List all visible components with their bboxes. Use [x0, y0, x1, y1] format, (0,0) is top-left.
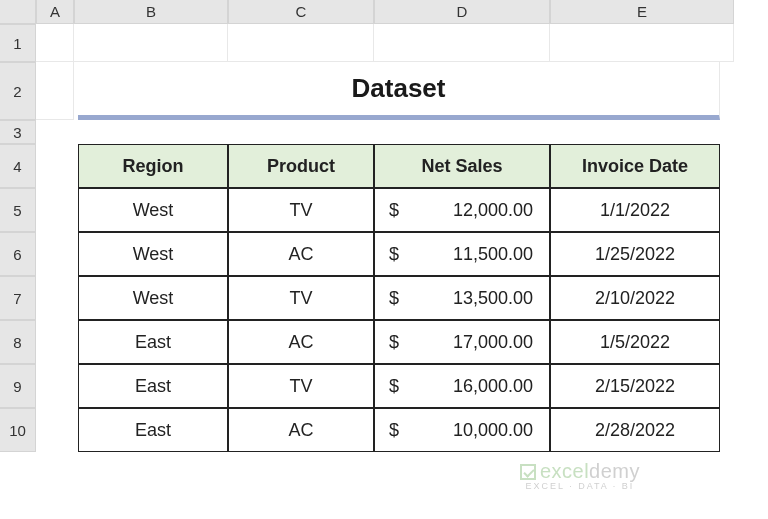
cell-netsales-2[interactable]: $13,500.00: [374, 276, 550, 320]
row-header-10[interactable]: 10: [0, 408, 36, 452]
watermark-prefix: excel: [540, 460, 589, 482]
cell-product-1[interactable]: AC: [228, 232, 374, 276]
row-header-8[interactable]: 8: [0, 320, 36, 364]
currency-symbol: $: [389, 288, 399, 309]
cell-a10[interactable]: [36, 408, 74, 452]
row-header-1[interactable]: 1: [0, 24, 36, 62]
cell-product-5[interactable]: AC: [228, 408, 374, 452]
cell-netsales-3[interactable]: $17,000.00: [374, 320, 550, 364]
cell-c1[interactable]: [228, 24, 374, 62]
cell-invoicedate-3[interactable]: 1/5/2022: [550, 320, 720, 364]
currency-symbol: $: [389, 420, 399, 441]
cell-a3[interactable]: [36, 120, 74, 144]
col-header-c[interactable]: C: [228, 0, 374, 24]
cell-region-0[interactable]: West: [78, 188, 228, 232]
cell-netsales-5[interactable]: $10,000.00: [374, 408, 550, 452]
amount-value: 13,500.00: [453, 288, 533, 309]
cell-region-1[interactable]: West: [78, 232, 228, 276]
cell-invoicedate-1[interactable]: 1/25/2022: [550, 232, 720, 276]
cell-invoicedate-0[interactable]: 1/1/2022: [550, 188, 720, 232]
row-header-6[interactable]: 6: [0, 232, 36, 276]
header-netsales[interactable]: Net Sales: [374, 144, 550, 188]
row-header-5[interactable]: 5: [0, 188, 36, 232]
col-header-a[interactable]: A: [36, 0, 74, 24]
header-invoicedate[interactable]: Invoice Date: [550, 144, 720, 188]
cell-a4[interactable]: [36, 144, 74, 188]
cell-a6[interactable]: [36, 232, 74, 276]
cell-netsales-1[interactable]: $11,500.00: [374, 232, 550, 276]
watermark-suffix: demy: [589, 460, 640, 482]
cell-invoicedate-2[interactable]: 2/10/2022: [550, 276, 720, 320]
check-icon: [520, 464, 536, 480]
amount-value: 17,000.00: [453, 332, 533, 353]
cell-a2[interactable]: [36, 62, 74, 120]
cell-c3[interactable]: [228, 120, 374, 144]
cell-netsales-0[interactable]: $12,000.00: [374, 188, 550, 232]
cell-invoicedate-5[interactable]: 2/28/2022: [550, 408, 720, 452]
row-header-7[interactable]: 7: [0, 276, 36, 320]
cell-a9[interactable]: [36, 364, 74, 408]
select-all-corner[interactable]: [0, 0, 36, 24]
amount-value: 10,000.00: [453, 420, 533, 441]
cell-netsales-4[interactable]: $16,000.00: [374, 364, 550, 408]
watermark-tagline: EXCEL · DATA · BI: [520, 481, 640, 491]
currency-symbol: $: [389, 244, 399, 265]
col-header-b[interactable]: B: [74, 0, 228, 24]
watermark: exceldemy EXCEL · DATA · BI: [520, 460, 640, 491]
cell-d1[interactable]: [374, 24, 550, 62]
cell-product-3[interactable]: AC: [228, 320, 374, 364]
cell-a5[interactable]: [36, 188, 74, 232]
currency-symbol: $: [389, 376, 399, 397]
row-header-9[interactable]: 9: [0, 364, 36, 408]
cell-region-3[interactable]: East: [78, 320, 228, 364]
row-header-2[interactable]: 2: [0, 62, 36, 120]
spreadsheet-grid: A B C D E 1 2 Dataset 3 4 Region Product…: [0, 0, 768, 452]
watermark-brand: exceldemy: [520, 460, 640, 483]
cell-a1[interactable]: [36, 24, 74, 62]
cell-region-2[interactable]: West: [78, 276, 228, 320]
col-header-d[interactable]: D: [374, 0, 550, 24]
currency-symbol: $: [389, 332, 399, 353]
dataset-title[interactable]: Dataset: [78, 62, 720, 120]
cell-b3[interactable]: [74, 120, 228, 144]
cell-invoicedate-4[interactable]: 2/15/2022: [550, 364, 720, 408]
row-header-3[interactable]: 3: [0, 120, 36, 144]
cell-a8[interactable]: [36, 320, 74, 364]
amount-value: 12,000.00: [453, 200, 533, 221]
row-header-4[interactable]: 4: [0, 144, 36, 188]
header-product[interactable]: Product: [228, 144, 374, 188]
cell-region-4[interactable]: East: [78, 364, 228, 408]
cell-region-5[interactable]: East: [78, 408, 228, 452]
cell-product-4[interactable]: TV: [228, 364, 374, 408]
amount-value: 11,500.00: [453, 244, 533, 265]
cell-e3[interactable]: [550, 120, 734, 144]
col-header-e[interactable]: E: [550, 0, 734, 24]
cell-d3[interactable]: [374, 120, 550, 144]
header-region[interactable]: Region: [78, 144, 228, 188]
cell-product-2[interactable]: TV: [228, 276, 374, 320]
cell-b1[interactable]: [74, 24, 228, 62]
amount-value: 16,000.00: [453, 376, 533, 397]
cell-e1[interactable]: [550, 24, 734, 62]
currency-symbol: $: [389, 200, 399, 221]
cell-a7[interactable]: [36, 276, 74, 320]
cell-product-0[interactable]: TV: [228, 188, 374, 232]
